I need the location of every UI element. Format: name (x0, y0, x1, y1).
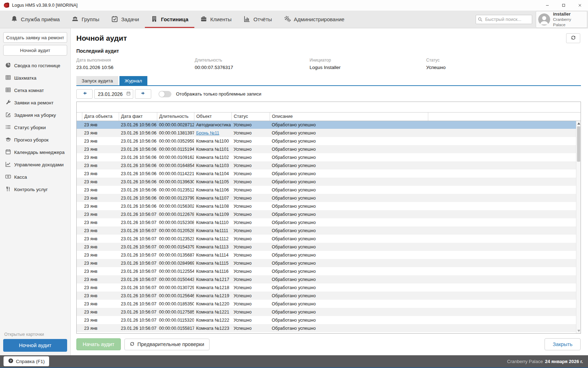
quick-search-input[interactable] (476, 15, 532, 24)
last-audit-fields: Дата выполнения 23.01.2026 10:56 Длитель… (76, 58, 581, 70)
grid-icon (5, 75, 11, 81)
journal-table: Дата объекта Дата факт Длительность Объе… (77, 113, 581, 334)
nav-item-clients[interactable]: Клиенты (194, 11, 237, 28)
calendar-icon (5, 149, 11, 156)
open-cards-label: Открытые карточки (0, 330, 70, 338)
booking-link[interactable]: Бронь №11 (196, 131, 219, 136)
sidebar-item-cash-desk[interactable]: Касса (0, 171, 70, 183)
nav-item-hotel[interactable]: Гостиница (145, 11, 194, 28)
column-header-description[interactable]: Описание (270, 113, 428, 121)
maximize-button[interactable] (555, 0, 572, 11)
open-card-night-audit[interactable]: Ночной аудит (3, 339, 67, 352)
tab-audit-start[interactable]: Запуск аудита (76, 76, 118, 85)
table-row[interactable]: 23 янв23.01.26 10:56:0600:00:00.1381397Б… (77, 129, 581, 137)
table-row[interactable]: 23 янв23.01.26 10:56:0600:00:00.0109162К… (77, 153, 581, 161)
arrow-right-icon (141, 91, 146, 97)
journal-grid: Дата объекта Дата факт Длительность Объе… (76, 102, 581, 334)
column-header-fact-date[interactable]: Дата факт (119, 113, 157, 121)
table-row[interactable]: 23 янв23.01.26 10:56:0700:00:00.0122554К… (77, 267, 581, 275)
table-row[interactable]: 23 янв23.01.26 10:56:0600:00:00.0028712А… (77, 121, 581, 129)
sidebar-item-hotel-summary[interactable]: Сводка по гостинице (0, 59, 70, 72)
journal-date-input[interactable]: 23.01.2026 (94, 89, 133, 99)
table-row[interactable]: 23 янв23.01.26 10:56:0700:00:00.0115320К… (77, 316, 581, 324)
sidebar-item-room-grid[interactable]: Сетка комнат (0, 84, 70, 97)
table-row[interactable]: 23 янв23.01.26 10:56:0600:00:00.0164854К… (77, 161, 581, 169)
minimize-button[interactable] (539, 0, 555, 11)
preliminary-checks-button[interactable]: Предварительные проверки (124, 339, 210, 350)
column-header-status[interactable]: Статус (231, 113, 270, 121)
close-button[interactable] (572, 0, 588, 11)
field-execution-date: Дата выполнения 23.01.2026 10:56 (76, 58, 195, 70)
sidebar-item-service-control[interactable]: Контроль услуг (0, 183, 70, 196)
scroll-up-arrow[interactable] (577, 122, 580, 125)
table-row[interactable]: 23 янв23.01.26 10:56:0700:00:00.0120528К… (77, 226, 581, 235)
status-date: 24 января 2026 г. (545, 359, 583, 364)
building-icon (151, 16, 158, 23)
table-row[interactable]: 23 янв23.01.26 10:56:0600:00:00.0156302К… (77, 202, 581, 210)
app-window: Logus HMS v3.38.9.0 [WIORINA] Служба при… (0, 0, 588, 368)
table-row[interactable]: 23 янв23.01.26 10:56:0700:00:00.0154379К… (77, 243, 581, 251)
scrollbar-thumb[interactable] (577, 126, 580, 162)
table-row[interactable]: 23 янв23.01.26 10:56:0700:00:00.0117133К… (77, 332, 581, 334)
sidebar-item-revenue-management[interactable]: Управление доходами (0, 159, 70, 171)
nav-item-reports[interactable]: Отчёты (237, 11, 278, 28)
column-header-object[interactable]: Объект (194, 113, 231, 121)
table-row[interactable]: 23 янв23.01.26 10:56:0700:00:00.0123523К… (77, 235, 581, 243)
table-row[interactable]: 23 янв23.01.26 10:56:0600:00:00.0139630К… (77, 178, 581, 186)
refresh-button[interactable] (566, 33, 580, 43)
field-initiator: Инициатор Logus Installer (310, 58, 426, 70)
problem-records-toggle-label: Отображать только проблемные записи (176, 91, 261, 97)
sidebar-item-cleaning-tasks[interactable]: Задания на уборку (0, 109, 70, 121)
table-row[interactable]: 23 янв23.01.26 10:56:0700:00:00.0125646К… (77, 292, 581, 300)
table-row[interactable]: 23 янв23.01.26 10:56:0700:00:00.0284969К… (77, 259, 581, 267)
table-scrollbar[interactable] (576, 121, 581, 333)
table-row[interactable]: 23 янв23.01.26 10:56:0700:00:00.0122678К… (77, 210, 581, 218)
close-panel-button[interactable]: Закрыть (545, 338, 581, 350)
nav-item-reception[interactable]: Служба приёма (5, 11, 66, 28)
user-card[interactable]: installer Cranberry Palace (536, 11, 587, 28)
bell-icon (11, 16, 18, 23)
gears-icon (284, 16, 291, 23)
table-row[interactable]: 23 янв23.01.26 10:56:0700:00:00.0152308К… (77, 218, 581, 226)
table-row[interactable]: 23 янв23.01.26 10:56:0600:00:00.0114221К… (77, 169, 581, 178)
table-row[interactable]: 23 янв23.01.26 10:56:0600:00:00.0123799К… (77, 194, 581, 202)
table-row[interactable]: 23 янв23.01.26 10:56:0700:00:00.0150443К… (77, 275, 581, 283)
table-row[interactable]: 23 янв23.01.26 10:56:0700:00:00.0130729К… (77, 283, 581, 292)
column-header-duration[interactable]: Длительность (157, 113, 194, 121)
table-row[interactable]: 23 янв23.01.26 10:56:0600:00:00.0352959К… (77, 137, 581, 145)
column-header-object-date[interactable]: Дата объекта (82, 113, 119, 121)
next-day-button[interactable] (135, 89, 151, 99)
nav-item-administration[interactable]: Администрирование (278, 11, 351, 28)
line-chart-icon (5, 161, 11, 168)
main-navigation: Служба приёма Группы Задачи Гостиница Кл… (0, 11, 588, 28)
sidebar-item-manager-calendar[interactable]: Календарь менеджера (0, 146, 70, 159)
problem-records-toggle[interactable] (159, 91, 171, 97)
sidebar-item-cleaning-forecast[interactable]: Прогноз уборок (0, 134, 70, 146)
utensils-icon (5, 186, 11, 193)
sidebar: Создать заявку на ремонт Ночной аудит Св… (0, 28, 71, 355)
last-audit-heading: Последний аудит (76, 48, 581, 54)
main-panel: Ночной аудит Последний аудит Дата выполн… (71, 28, 588, 355)
table-row[interactable]: 23 янв23.01.26 10:56:0600:00:00.0115194К… (77, 145, 581, 153)
list-icon (5, 124, 11, 131)
help-button[interactable]: ? Справка (F1) (4, 356, 49, 366)
table-row[interactable]: 23 янв23.01.26 10:56:0700:00:00.0135687К… (77, 251, 581, 259)
start-audit-button[interactable]: Начать аудит (76, 338, 121, 350)
night-audit-button[interactable]: Ночной аудит (3, 45, 67, 56)
sidebar-item-chessboard[interactable]: Шахматка (0, 72, 70, 84)
sidebar-item-cleaning-status[interactable]: Статус уборки (0, 121, 70, 134)
nav-item-tasks[interactable]: Задачи (105, 11, 145, 28)
table-row[interactable]: 23 янв23.01.26 10:56:0600:00:00.0123512К… (77, 186, 581, 194)
refresh-icon (571, 35, 576, 42)
table-row[interactable]: 23 янв23.01.26 10:56:0700:00:00.0185350К… (77, 300, 581, 308)
nav-item-groups[interactable]: Группы (66, 11, 105, 28)
pie-chart-icon (5, 62, 11, 69)
sidebar-item-repair-requests[interactable]: Заявки на ремонт (0, 97, 70, 109)
table-row[interactable]: 23 янв23.01.26 10:56:0700:00:00.0155817К… (77, 324, 581, 332)
table-row[interactable]: 23 янв23.01.26 10:56:0700:00:00.0127585К… (77, 308, 581, 316)
previous-day-button[interactable] (76, 89, 93, 99)
scroll-down-arrow[interactable] (577, 330, 580, 332)
create-repair-request-button[interactable]: Создать заявку на ремонт (3, 32, 67, 43)
tab-journal[interactable]: Журнал (119, 76, 147, 85)
arrow-left-icon (82, 91, 87, 97)
